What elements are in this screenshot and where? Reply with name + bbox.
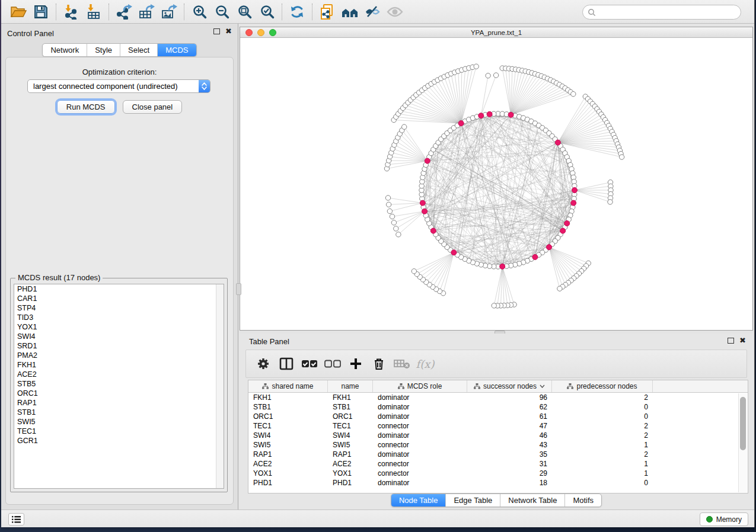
column-type-icon	[474, 383, 480, 389]
mcds-result-item[interactable]: STB1	[14, 408, 224, 417]
tab-style[interactable]: Style	[87, 44, 120, 56]
table-row[interactable]: PHD1PHD1dominator180	[248, 478, 748, 488]
mcds-result-item[interactable]: SWI4	[14, 332, 224, 341]
table-cell: connector	[373, 459, 467, 469]
add-row-button[interactable]	[347, 354, 365, 374]
mcds-result-item[interactable]: STP4	[14, 303, 224, 313]
table-tab-group: Node TableEdge TableNetwork TableMotifs	[391, 493, 602, 507]
table-cell: dominator	[373, 431, 467, 440]
close-window-icon[interactable]	[245, 29, 253, 36]
table-scrollbar-thumb[interactable]	[740, 397, 746, 450]
table-cell: SWI5	[328, 440, 373, 450]
run-mcds-button[interactable]: Run MCDS	[57, 100, 115, 114]
gear-button[interactable]	[254, 354, 272, 374]
table-tab-node-table[interactable]: Node Table	[391, 494, 446, 507]
mcds-result-item[interactable]: FKH1	[14, 360, 224, 370]
export-network-button[interactable]	[113, 2, 135, 21]
import-table-button[interactable]	[82, 2, 105, 21]
minimize-window-icon[interactable]	[257, 29, 264, 36]
maximize-window-icon[interactable]	[269, 29, 276, 36]
show-all-button[interactable]	[384, 2, 406, 21]
column-header-name[interactable]: name	[328, 380, 373, 392]
table-row[interactable]: ACE2ACE2connector311	[248, 459, 748, 469]
mcds-result-item[interactable]: ORC1	[14, 389, 224, 398]
tab-network[interactable]: Network	[43, 44, 87, 56]
mcds-result-item[interactable]: STB5	[14, 379, 224, 389]
column-header-successor-nodes[interactable]: successor nodes	[467, 380, 552, 392]
memory-button[interactable]: Memory	[700, 512, 748, 526]
first-neighbors-button[interactable]	[339, 2, 361, 21]
mcds-result-item[interactable]: ACE2	[14, 370, 224, 379]
mcds-result-item[interactable]: TEC1	[14, 427, 224, 436]
zoom-out-button[interactable]	[210, 2, 233, 21]
table-row[interactable]: FKH1FKH1dominator962	[248, 393, 748, 402]
table-row[interactable]: STB1STB1dominator620	[248, 402, 748, 412]
column-header-predecessor-nodes[interactable]: predecessor nodes	[552, 380, 653, 392]
table-row[interactable]: ORC1ORC1dominator610	[248, 412, 748, 421]
table-cell: dominator	[373, 393, 467, 402]
mcds-result-list[interactable]: PHD1CAR1STP4TID3YOX1SWI4SRD1PMA2FKH1ACE2…	[14, 284, 224, 489]
mcds-result-item[interactable]: GCR1	[14, 436, 224, 446]
mcds-result-item[interactable]: CAR1	[14, 294, 224, 303]
tab-mcds[interactable]: MCDS	[158, 44, 196, 56]
mcds-result-item[interactable]: PMA2	[14, 351, 224, 360]
splitter-handle-vertical[interactable]	[236, 283, 241, 295]
table-row[interactable]: RAP1RAP1dominator352	[248, 450, 748, 459]
import-network-button[interactable]	[60, 2, 82, 21]
mcds-result-item[interactable]: TID3	[14, 313, 224, 322]
network-graph[interactable]	[240, 38, 752, 330]
table-tab-network-table[interactable]: Network Table	[500, 494, 565, 507]
sort-desc-icon	[540, 384, 545, 388]
apply-layout-button[interactable]	[286, 2, 308, 21]
table-row[interactable]: SWI4SWI4dominator462	[248, 431, 748, 440]
columns-button[interactable]	[277, 354, 295, 374]
table-tab-edge-table[interactable]: Edge Table	[446, 494, 500, 507]
select-all-button[interactable]	[301, 354, 318, 374]
mcds-result-item[interactable]: SRD1	[14, 341, 224, 351]
table-row[interactable]: SWI5SWI5connector431	[248, 440, 748, 450]
mcds-result-item[interactable]: RAP1	[14, 398, 224, 408]
table-cell: SWI4	[328, 431, 373, 440]
task-history-button[interactable]	[8, 513, 24, 525]
save-session-icon	[34, 5, 48, 19]
toolbar-separator	[184, 4, 184, 20]
column-header-MCDS-role[interactable]: MCDS role	[373, 380, 467, 392]
float-table-panel-icon[interactable]	[728, 338, 734, 344]
mcds-result-item[interactable]: YOX1	[14, 322, 224, 332]
table-row[interactable]: YOX1YOX1connector291	[248, 469, 748, 478]
search-box[interactable]	[582, 5, 741, 20]
hide-selected-button[interactable]	[361, 2, 384, 21]
table-cell: 18	[467, 478, 552, 488]
table-cell: 2	[552, 393, 653, 402]
table-tab-motifs[interactable]: Motifs	[565, 494, 601, 507]
export-table-button[interactable]	[135, 2, 158, 21]
zoom-fit-button[interactable]	[233, 2, 256, 21]
mcds-result-item[interactable]: SWI5	[14, 417, 224, 427]
zoom-in-button[interactable]	[188, 2, 210, 21]
table-row[interactable]: TEC1TEC1connector472	[248, 421, 748, 431]
zoom-selected-button[interactable]	[256, 2, 278, 21]
table-scrollbar[interactable]	[738, 393, 747, 492]
search-input[interactable]	[596, 7, 741, 18]
close-panel-button[interactable]: Close panel	[123, 100, 183, 114]
control-panel-title: Control Panel	[7, 29, 54, 38]
tab-select[interactable]: Select	[120, 44, 158, 56]
column-header-shared-name[interactable]: shared name	[248, 380, 328, 392]
mcds-list-scrollbar[interactable]	[216, 284, 224, 488]
toolbar-separator	[282, 4, 282, 20]
criterion-select[interactable]: largest connected component (undirected)	[27, 79, 210, 93]
open-session-button[interactable]	[7, 2, 30, 21]
search-icon	[588, 8, 596, 17]
share-network-button[interactable]	[316, 2, 339, 21]
float-panel-icon[interactable]	[213, 28, 220, 34]
deselect-all-button[interactable]	[324, 354, 342, 374]
export-image-button[interactable]	[158, 2, 180, 21]
network-canvas[interactable]	[240, 38, 752, 330]
delete-row-button[interactable]	[370, 354, 388, 374]
network-titlebar[interactable]: YPA_prune.txt_1	[240, 27, 752, 38]
close-panel-icon[interactable]: ✖	[225, 28, 232, 34]
save-session-button[interactable]	[30, 2, 52, 21]
mcds-result-item[interactable]: PHD1	[14, 284, 224, 294]
select-stepper-icon	[199, 80, 210, 92]
close-table-panel-icon[interactable]: ✖	[739, 338, 746, 344]
